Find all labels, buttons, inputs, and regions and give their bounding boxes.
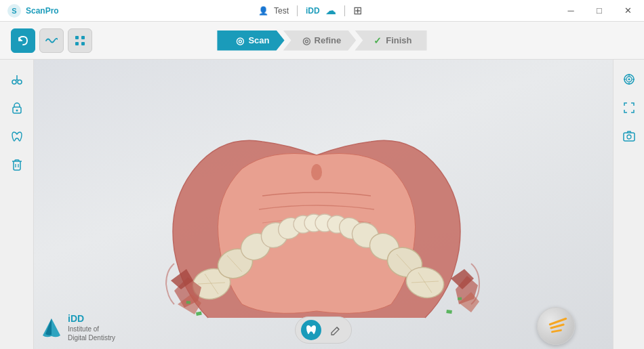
refine-step-label: Refine: [315, 35, 342, 45]
undo-button[interactable]: [11, 28, 35, 53]
svg-rect-37: [186, 301, 190, 304]
svg-rect-39: [458, 297, 462, 300]
brand-logo: iDD Institute of Digital Dentistry: [41, 312, 115, 342]
brand-name: iDD: [68, 312, 115, 325]
edit-view-button[interactable]: [325, 320, 346, 340]
view-toggle-group: [295, 316, 352, 344]
dental-model: [140, 101, 506, 331]
toolbar-left: [11, 28, 92, 53]
step-finish[interactable]: ✓ Finish: [355, 30, 426, 51]
nav-ball-lines: [544, 321, 567, 332]
scan-step-label: Scan: [248, 35, 269, 45]
titlebar-center: 👤 Test iDD ☁ ⊞: [258, 4, 362, 17]
svg-line-9: [17, 79, 18, 81]
svg-point-43: [628, 79, 630, 81]
viewport[interactable]: iDD Institute of Digital Dentistry: [34, 60, 613, 349]
trash-button[interactable]: [5, 153, 28, 176]
titlebar-left: S ScanPro: [7, 3, 59, 18]
svg-line-40: [337, 327, 339, 329]
lock-button[interactable]: [5, 96, 28, 119]
svg-rect-3: [81, 36, 85, 39]
divider2: [344, 5, 345, 16]
svg-point-15: [311, 164, 322, 180]
step-refine[interactable]: ◎ Refine: [283, 30, 357, 51]
left-sidebar: [0, 60, 34, 349]
svg-point-49: [627, 135, 631, 139]
app-logo-icon: S: [7, 3, 22, 18]
svg-point-12: [16, 110, 18, 112]
brand-logo-icon: [41, 316, 62, 338]
grid-tool-button[interactable]: [68, 28, 92, 53]
username-label: Test: [274, 6, 289, 16]
svg-rect-36: [196, 311, 202, 315]
titlebar: S ScanPro 👤 Test iDD ☁ ⊞ ─ □ ✕: [0, 0, 644, 22]
idd-badge: iDD: [306, 6, 320, 16]
svg-rect-38: [446, 310, 452, 314]
navigation-ball[interactable]: [537, 307, 575, 345]
main-area: iDD Institute of Digital Dentistry: [0, 60, 644, 349]
maximize-button[interactable]: □: [590, 4, 609, 18]
window-controls: ─ □ ✕: [561, 4, 637, 18]
brand-text: iDD Institute of Digital Dentistry: [68, 312, 115, 342]
svg-rect-5: [81, 42, 85, 45]
expand-button[interactable]: [618, 96, 641, 119]
center-bottom-controls: [295, 316, 352, 344]
svg-text:S: S: [12, 7, 16, 15]
toolbar: ◎ Scan ◎ Refine ✓ Finish: [0, 22, 644, 60]
cloud-icon: ☁: [325, 4, 336, 17]
svg-rect-4: [75, 42, 79, 45]
app-title: ScanPro: [26, 6, 59, 16]
finish-step-label: Finish: [386, 35, 411, 45]
brand-line2: Digital Dentistry: [68, 333, 115, 342]
workflow-steps: ◎ Scan ◎ Refine ✓ Finish: [217, 30, 426, 51]
scan-step-icon: ◎: [236, 35, 244, 46]
wave-button[interactable]: [39, 28, 64, 53]
divider: [297, 5, 298, 16]
tooth-button[interactable]: [5, 125, 28, 148]
tooth-view-button[interactable]: [301, 320, 321, 340]
step-scan[interactable]: ◎ Scan: [217, 30, 284, 51]
scissors-button[interactable]: [5, 68, 28, 91]
person-icon: 👤: [258, 6, 268, 16]
screenshot-button[interactable]: [618, 125, 641, 148]
right-sidebar: [613, 60, 644, 349]
nav-line-3: [551, 329, 562, 333]
target-button[interactable]: [618, 68, 641, 91]
svg-rect-48: [624, 133, 635, 141]
svg-rect-2: [75, 36, 79, 39]
minimize-button[interactable]: ─: [561, 4, 580, 18]
close-button[interactable]: ✕: [618, 4, 637, 18]
brand-line1: Institute of: [68, 325, 115, 333]
finish-step-icon: ✓: [374, 35, 382, 46]
refine-step-icon: ◎: [302, 35, 310, 46]
grid-icon: ⊞: [353, 4, 362, 17]
